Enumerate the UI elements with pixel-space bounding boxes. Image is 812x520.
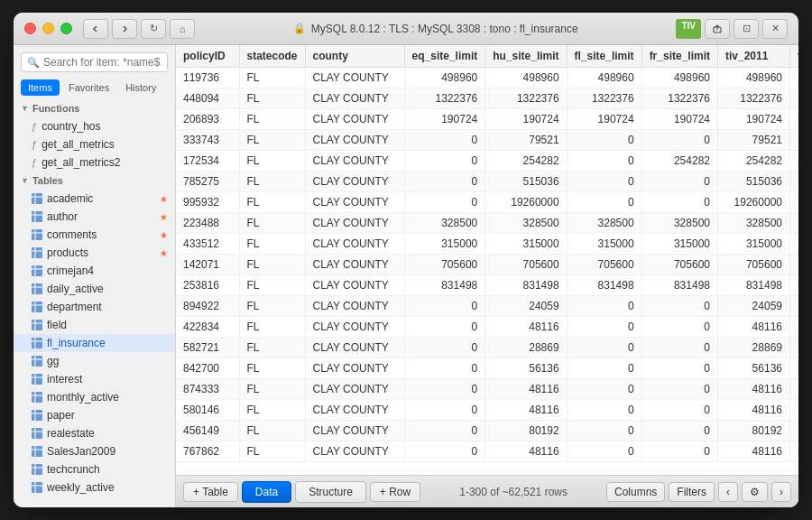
table-row[interactable]: 422834FLCLAY COUNTY048116004811666755.4 xyxy=(176,317,798,338)
table-row[interactable]: 433512FLCLAY COUNTY315000315000315000315… xyxy=(176,234,798,255)
tab-history[interactable]: History xyxy=(118,79,163,96)
table-cell-hu_site_limit: 515036 xyxy=(485,172,567,192)
table-row[interactable]: 767862FLCLAY COUNTY048116004811673798.5 xyxy=(176,441,798,462)
table-cell-hu_site_limit: 831498 xyxy=(485,275,567,296)
table-cell-eq_site_limit: 498960 xyxy=(404,68,485,88)
sidebar-item-crimejan4[interactable]: crimejan4 xyxy=(14,262,175,280)
sidebar-item-weekly-active[interactable]: weekly_active xyxy=(14,478,175,497)
minimize-button[interactable] xyxy=(42,23,54,34)
sidebar-item-monthly-active[interactable]: monthly_active xyxy=(14,388,175,406)
data-table: policyID statecode county eq_site_limit … xyxy=(176,45,798,462)
sidebar-tabs: Items Favorites History xyxy=(14,79,175,99)
home-button[interactable]: ⌂ xyxy=(170,19,195,39)
table-row[interactable]: 894922FLCLAY COUNTY024059002405933952.2 xyxy=(176,296,798,317)
pin-icon: ★ xyxy=(160,194,168,204)
sidebar-item-gg[interactable]: gg xyxy=(14,352,175,370)
table-row[interactable]: 582721FLCLAY COUNTY028869002886942827 xyxy=(176,338,798,358)
sidebar-item-paper[interactable]: paper xyxy=(14,406,175,424)
add-row-button[interactable]: + Row xyxy=(370,482,420,502)
svg-rect-13 xyxy=(32,265,42,276)
sidebar-item-get-all-metrics2[interactable]: ƒ get_all_metrics2 xyxy=(14,153,175,172)
col-header-tiv2011[interactable]: tiv_2011 xyxy=(717,45,789,68)
add-table-button[interactable]: + Table xyxy=(183,482,238,502)
table-icon xyxy=(32,229,42,240)
tab-items[interactable]: Items xyxy=(21,79,60,96)
col-header-county[interactable]: county xyxy=(305,45,404,68)
table-row[interactable]: 842700FLCLAY COUNTY056136005613650656.8 xyxy=(176,358,798,379)
forward-button[interactable] xyxy=(112,19,137,39)
sidebar-item-author[interactable]: author ★ xyxy=(14,208,175,226)
close-window-button[interactable]: ✕ xyxy=(762,19,788,39)
next-page-button[interactable]: › xyxy=(771,482,791,502)
refresh-button[interactable]: ↻ xyxy=(141,19,166,39)
sidebar-scroll: ▼ Functions ƒ country_hos ƒ get_all_metr… xyxy=(14,99,175,507)
tab-favorites[interactable]: Favorites xyxy=(61,79,116,96)
table-cell-hu_site_limit: 254282 xyxy=(485,151,567,172)
sidebar-item-academic[interactable]: academic ★ xyxy=(14,190,175,208)
table-cell-fr_site_limit: 498960 xyxy=(641,68,717,88)
col-header-eq-site-limit[interactable]: eq_site_limit xyxy=(404,45,485,68)
table-row[interactable]: 119736FLCLAY COUNTY498960498960498960498… xyxy=(176,68,798,88)
table-cell-policyID: 894922 xyxy=(176,296,239,317)
maximize-button[interactable] xyxy=(60,23,72,34)
data-table-container[interactable]: policyID statecode county eq_site_limit … xyxy=(176,45,798,475)
table-cell-county: CLAY COUNTY xyxy=(305,68,404,88)
sidebar-item-realestate[interactable]: realestate xyxy=(14,424,175,442)
table-cell-policyID: 172534 xyxy=(176,151,239,172)
col-header-hu-site-limit[interactable]: hu_site_limit xyxy=(485,45,567,68)
table-row[interactable]: 333743FLCLAY COUNTY079521007952186854.5 xyxy=(176,130,798,151)
sidebar-item-department[interactable]: department xyxy=(14,298,175,316)
table-cell-tiv_2012: 246144 xyxy=(789,151,798,172)
share-button[interactable] xyxy=(705,19,730,39)
settings-button[interactable]: ⚙ xyxy=(742,482,768,502)
table-cell-hu_site_limit: 315000 xyxy=(485,234,567,255)
table-row[interactable]: 142071FLCLAY COUNTY705600705600705600705… xyxy=(176,255,798,275)
prev-page-button[interactable]: ‹ xyxy=(718,482,738,502)
col-header-fl-site-limit[interactable]: fl_site_limit xyxy=(567,45,641,68)
tab-data[interactable]: Data xyxy=(242,481,291,503)
sidebar-item-salesjan2009[interactable]: SalesJan2009 xyxy=(14,442,175,460)
table-row[interactable]: 448094FLCLAY COUNTY132237613223761322376… xyxy=(176,88,798,109)
sidebar-item-fl-insurance[interactable]: fl_insurance xyxy=(14,334,175,352)
col-header-statecode[interactable]: statecode xyxy=(239,45,305,68)
functions-section-title[interactable]: ▼ Functions xyxy=(14,99,175,117)
close-button[interactable] xyxy=(24,23,36,34)
table-row[interactable]: 206893FLCLAY COUNTY190724190724190724190… xyxy=(176,109,798,130)
table-row[interactable]: 172534FLCLAY COUNTY025428202542822542822… xyxy=(176,151,798,172)
table-cell-tiv_2011: 315000 xyxy=(717,234,789,255)
table-cell-hu_site_limit: 328500 xyxy=(485,213,567,234)
sidebar-item-techcrunch[interactable]: techcrunch xyxy=(14,460,175,478)
table-cell-hu_site_limit: 56136 xyxy=(485,358,567,379)
window-button[interactable]: ⊡ xyxy=(734,19,759,39)
table-row[interactable]: 995932FLCLAY COUNTY019260000001926000020… xyxy=(176,192,798,213)
filters-button[interactable]: Filters xyxy=(669,482,715,502)
sidebar-item-get-all-metrics[interactable]: ƒ get_all_metrics xyxy=(14,135,175,153)
sidebar-item-field[interactable]: field xyxy=(14,316,175,334)
table-row[interactable]: 785275FLCLAY COUNTY051503600515036884419 xyxy=(176,172,798,192)
table-row[interactable]: 874333FLCLAY COUNTY048116004811667905.1 xyxy=(176,379,798,400)
table-row[interactable]: 456149FLCLAY COUNTY080192008019286421 xyxy=(176,421,798,441)
table-cell-fr_site_limit: 328500 xyxy=(641,213,717,234)
pin-icon: ★ xyxy=(160,212,168,222)
columns-button[interactable]: Columns xyxy=(606,482,665,502)
table-cell-county: CLAY COUNTY xyxy=(305,213,404,234)
table-row[interactable]: 253816FLCLAY COUNTY831498831498831498831… xyxy=(176,275,798,296)
sidebar-item-country-hos[interactable]: ƒ country_hos xyxy=(14,117,175,135)
table-row[interactable]: 223488FLCLAY COUNTY328500328500328500328… xyxy=(176,213,798,234)
col-header-policyid[interactable]: policyID xyxy=(176,45,239,68)
sidebar-item-products[interactable]: products ★ xyxy=(14,244,175,262)
col-header-tiv2012[interactable]: tiv_2012 xyxy=(789,45,798,68)
sidebar-item-comments[interactable]: comments ★ xyxy=(14,226,175,244)
table-row[interactable]: 580146FLCLAY COUNTY048116004811666938.9 xyxy=(176,400,798,421)
svg-rect-10 xyxy=(32,247,42,258)
search-box[interactable]: 🔍 xyxy=(21,52,168,72)
table-cell-tiv_2012: 192477 xyxy=(789,109,798,130)
col-header-fr-site-limit[interactable]: fr_site_limit xyxy=(641,45,717,68)
sidebar-item-interest[interactable]: interest xyxy=(14,370,175,388)
table-cell-eq_site_limit: 1322376 xyxy=(404,88,485,109)
search-input[interactable] xyxy=(43,56,161,69)
tab-structure[interactable]: Structure xyxy=(295,481,366,503)
back-button[interactable] xyxy=(83,19,108,39)
sidebar-item-daily-active[interactable]: daily_active xyxy=(14,280,175,298)
tables-section-title[interactable]: ▼ Tables xyxy=(14,172,175,190)
